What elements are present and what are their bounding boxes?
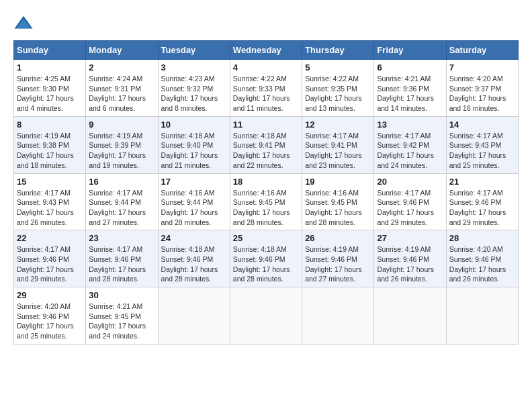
- calendar-week-2: 8Sunrise: 4:19 AM Sunset: 9:38 PM Daylig…: [14, 116, 519, 173]
- calendar-cell: 16Sunrise: 4:17 AM Sunset: 9:44 PM Dayli…: [86, 173, 158, 230]
- calendar-cell: 30Sunrise: 4:21 AM Sunset: 9:45 PM Dayli…: [86, 287, 158, 345]
- day-number: 20: [377, 177, 443, 187]
- day-info: Sunrise: 4:19 AM Sunset: 9:39 PM Dayligh…: [89, 131, 154, 171]
- day-number: 1: [17, 62, 83, 73]
- column-header-thursday: Thursday: [302, 41, 374, 60]
- calendar-cell: 23Sunrise: 4:17 AM Sunset: 9:46 PM Dayli…: [86, 230, 158, 287]
- day-info: Sunrise: 4:18 AM Sunset: 9:46 PM Dayligh…: [161, 244, 227, 284]
- calendar-week-1: 1Sunrise: 4:25 AM Sunset: 9:30 PM Daylig…: [14, 60, 519, 117]
- day-number: 24: [161, 233, 227, 243]
- day-info: Sunrise: 4:17 AM Sunset: 9:42 PM Dayligh…: [377, 131, 443, 171]
- calendar-cell: 1Sunrise: 4:25 AM Sunset: 9:30 PM Daylig…: [14, 60, 86, 117]
- day-number: 16: [89, 177, 154, 187]
- calendar-cell: 24Sunrise: 4:18 AM Sunset: 9:46 PM Dayli…: [158, 230, 230, 287]
- calendar-cell: 28Sunrise: 4:20 AM Sunset: 9:46 PM Dayli…: [446, 230, 518, 287]
- day-number: 9: [89, 120, 154, 130]
- day-number: 5: [305, 62, 371, 73]
- day-info: Sunrise: 4:21 AM Sunset: 9:36 PM Dayligh…: [377, 74, 443, 113]
- day-info: Sunrise: 4:18 AM Sunset: 9:40 PM Dayligh…: [161, 131, 227, 171]
- calendar-cell: 18Sunrise: 4:16 AM Sunset: 9:45 PM Dayli…: [230, 173, 302, 230]
- calendar-table: SundayMondayTuesdayWednesdayThursdayFrid…: [13, 40, 519, 345]
- calendar-cell: 29Sunrise: 4:20 AM Sunset: 9:46 PM Dayli…: [14, 287, 86, 345]
- calendar-cell: 9Sunrise: 4:19 AM Sunset: 9:39 PM Daylig…: [86, 116, 158, 173]
- day-number: 23: [89, 233, 154, 243]
- calendar-header-row: SundayMondayTuesdayWednesdayThursdayFrid…: [14, 41, 519, 60]
- day-info: Sunrise: 4:24 AM Sunset: 9:31 PM Dayligh…: [89, 74, 154, 113]
- calendar-cell: 20Sunrise: 4:17 AM Sunset: 9:46 PM Dayli…: [374, 173, 446, 230]
- day-number: 11: [233, 120, 299, 130]
- calendar-cell: 12Sunrise: 4:17 AM Sunset: 9:41 PM Dayli…: [302, 116, 374, 173]
- day-info: Sunrise: 4:17 AM Sunset: 9:46 PM Dayligh…: [89, 244, 154, 284]
- calendar-cell: 19Sunrise: 4:16 AM Sunset: 9:45 PM Dayli…: [302, 173, 374, 230]
- day-number: 8: [17, 120, 83, 130]
- day-info: Sunrise: 4:16 AM Sunset: 9:44 PM Dayligh…: [161, 188, 227, 228]
- day-info: Sunrise: 4:22 AM Sunset: 9:35 PM Dayligh…: [305, 74, 371, 113]
- day-info: Sunrise: 4:17 AM Sunset: 9:41 PM Dayligh…: [305, 131, 371, 171]
- calendar-cell: 6Sunrise: 4:21 AM Sunset: 9:36 PM Daylig…: [374, 60, 446, 117]
- calendar-cell: 7Sunrise: 4:20 AM Sunset: 9:37 PM Daylig…: [446, 60, 518, 117]
- day-number: 2: [89, 62, 154, 73]
- day-info: Sunrise: 4:18 AM Sunset: 9:46 PM Dayligh…: [233, 244, 299, 284]
- calendar-cell: 2Sunrise: 4:24 AM Sunset: 9:31 PM Daylig…: [86, 60, 158, 117]
- day-number: 10: [161, 120, 227, 130]
- day-info: Sunrise: 4:25 AM Sunset: 9:30 PM Dayligh…: [17, 74, 83, 113]
- day-info: Sunrise: 4:17 AM Sunset: 9:43 PM Dayligh…: [449, 131, 515, 171]
- calendar-cell: 13Sunrise: 4:17 AM Sunset: 9:42 PM Dayli…: [374, 116, 446, 173]
- day-number: 6: [377, 62, 443, 73]
- day-info: Sunrise: 4:21 AM Sunset: 9:45 PM Dayligh…: [89, 302, 154, 341]
- calendar-cell: 21Sunrise: 4:17 AM Sunset: 9:46 PM Dayli…: [446, 173, 518, 230]
- day-number: 12: [305, 120, 371, 130]
- column-header-friday: Friday: [374, 41, 446, 60]
- day-number: 14: [449, 120, 515, 130]
- day-number: 18: [233, 177, 299, 187]
- column-header-monday: Monday: [86, 41, 158, 60]
- calendar-cell: [374, 287, 446, 345]
- day-info: Sunrise: 4:16 AM Sunset: 9:45 PM Dayligh…: [305, 188, 371, 228]
- day-number: 25: [233, 233, 299, 243]
- column-header-wednesday: Wednesday: [230, 41, 302, 60]
- day-number: 28: [449, 233, 515, 243]
- day-number: 22: [17, 233, 83, 243]
- day-info: Sunrise: 4:18 AM Sunset: 9:41 PM Dayligh…: [233, 131, 299, 171]
- day-info: Sunrise: 4:20 AM Sunset: 9:37 PM Dayligh…: [449, 74, 515, 113]
- calendar-week-5: 29Sunrise: 4:20 AM Sunset: 9:46 PM Dayli…: [14, 287, 519, 345]
- day-info: Sunrise: 4:19 AM Sunset: 9:46 PM Dayligh…: [377, 244, 443, 284]
- calendar-cell: 22Sunrise: 4:17 AM Sunset: 9:46 PM Dayli…: [14, 230, 86, 287]
- day-number: 21: [449, 177, 515, 187]
- calendar-cell: 5Sunrise: 4:22 AM Sunset: 9:35 PM Daylig…: [302, 60, 374, 117]
- logo-icon: [13, 13, 34, 34]
- day-info: Sunrise: 4:17 AM Sunset: 9:46 PM Dayligh…: [17, 244, 83, 284]
- column-header-sunday: Sunday: [14, 41, 86, 60]
- day-info: Sunrise: 4:23 AM Sunset: 9:32 PM Dayligh…: [161, 74, 227, 113]
- day-info: Sunrise: 4:17 AM Sunset: 9:46 PM Dayligh…: [377, 188, 443, 228]
- calendar-cell: [446, 287, 518, 345]
- logo: [13, 13, 36, 34]
- day-info: Sunrise: 4:17 AM Sunset: 9:46 PM Dayligh…: [449, 188, 515, 228]
- day-number: 27: [377, 233, 443, 243]
- calendar-cell: [230, 287, 302, 345]
- day-number: 29: [17, 290, 83, 300]
- calendar-week-3: 15Sunrise: 4:17 AM Sunset: 9:43 PM Dayli…: [14, 173, 519, 230]
- calendar-cell: 11Sunrise: 4:18 AM Sunset: 9:41 PM Dayli…: [230, 116, 302, 173]
- day-info: Sunrise: 4:19 AM Sunset: 9:38 PM Dayligh…: [17, 131, 83, 171]
- day-info: Sunrise: 4:22 AM Sunset: 9:33 PM Dayligh…: [233, 74, 299, 113]
- day-info: Sunrise: 4:20 AM Sunset: 9:46 PM Dayligh…: [449, 244, 515, 284]
- calendar-cell: 27Sunrise: 4:19 AM Sunset: 9:46 PM Dayli…: [374, 230, 446, 287]
- calendar-cell: 8Sunrise: 4:19 AM Sunset: 9:38 PM Daylig…: [14, 116, 86, 173]
- calendar-cell: [302, 287, 374, 345]
- calendar-cell: [158, 287, 230, 345]
- calendar-cell: 3Sunrise: 4:23 AM Sunset: 9:32 PM Daylig…: [158, 60, 230, 117]
- day-info: Sunrise: 4:19 AM Sunset: 9:46 PM Dayligh…: [305, 244, 371, 284]
- calendar-cell: 4Sunrise: 4:22 AM Sunset: 9:33 PM Daylig…: [230, 60, 302, 117]
- day-number: 17: [161, 177, 227, 187]
- day-number: 30: [89, 290, 154, 300]
- day-number: 19: [305, 177, 371, 187]
- calendar-cell: 26Sunrise: 4:19 AM Sunset: 9:46 PM Dayli…: [302, 230, 374, 287]
- day-info: Sunrise: 4:17 AM Sunset: 9:43 PM Dayligh…: [17, 188, 83, 228]
- calendar-cell: 14Sunrise: 4:17 AM Sunset: 9:43 PM Dayli…: [446, 116, 518, 173]
- day-number: 13: [377, 120, 443, 130]
- day-info: Sunrise: 4:20 AM Sunset: 9:46 PM Dayligh…: [17, 302, 83, 341]
- day-info: Sunrise: 4:17 AM Sunset: 9:44 PM Dayligh…: [89, 188, 154, 228]
- calendar-cell: 15Sunrise: 4:17 AM Sunset: 9:43 PM Dayli…: [14, 173, 86, 230]
- calendar-week-4: 22Sunrise: 4:17 AM Sunset: 9:46 PM Dayli…: [14, 230, 519, 287]
